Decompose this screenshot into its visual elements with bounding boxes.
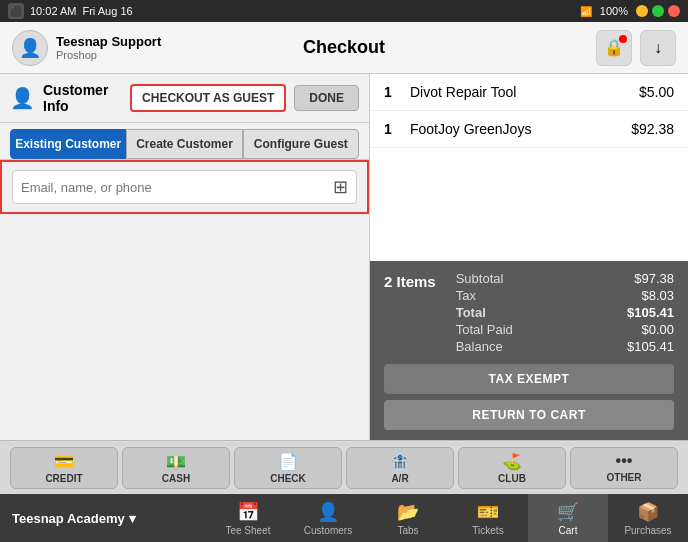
notification-dot: [619, 35, 627, 43]
cart-summary-details: Subtotal $97.38 Tax $8.03 Total $105.41 …: [436, 271, 674, 354]
window-controls: [636, 5, 680, 17]
user-role: Proshop: [56, 49, 161, 61]
chevron-down-icon: ▾: [129, 511, 136, 526]
check-icon: 📄: [278, 452, 298, 471]
header-bar: 👤 Teesnap Support Proshop Checkout 🔒 ↓: [0, 22, 688, 74]
app-icon: ⬛: [8, 3, 24, 19]
tab-configure-guest[interactable]: Configure Guest: [243, 129, 359, 159]
customer-tabs: Existing Customer Create Customer Config…: [0, 123, 369, 160]
summary-tax-row: Tax $8.03: [456, 288, 674, 303]
main-content: 👤 Customer Info CHECKOUT AS GUEST DONE E…: [0, 74, 688, 440]
total-value: $105.41: [627, 305, 674, 320]
nav-purchases[interactable]: 📦 Purchases: [608, 494, 688, 542]
cart-item-count: 2 Items: [384, 271, 436, 290]
item-qty: 1: [384, 121, 400, 137]
customers-icon: 👤: [317, 501, 339, 523]
purchases-label: Purchases: [624, 525, 671, 536]
payment-credit-button[interactable]: 💳 CREDIT: [10, 447, 118, 489]
checkout-as-guest-button[interactable]: CHECKOUT AS GUEST: [130, 84, 286, 112]
location-name: Teesnap Academy: [12, 511, 125, 526]
payment-other-button[interactable]: ••• OTHER: [570, 447, 678, 489]
customers-label: Customers: [304, 525, 352, 536]
lock-button[interactable]: 🔒: [596, 30, 632, 66]
right-panel: 1 Divot Repair Tool $5.00 1 FootJoy Gree…: [370, 74, 688, 440]
payment-ar-button[interactable]: 🏦 A/R: [346, 447, 454, 489]
avatar: 👤: [12, 30, 48, 66]
tabs-label: Tabs: [397, 525, 418, 536]
item-name: FootJoy GreenJoys: [410, 121, 621, 137]
other-icon: •••: [616, 452, 633, 470]
tabs-icon: 📂: [397, 501, 419, 523]
close-button[interactable]: [668, 5, 680, 17]
qr-code-icon[interactable]: ⊞: [333, 176, 348, 198]
club-icon: ⛳: [502, 452, 522, 471]
summary-paid-row: Total Paid $0.00: [456, 322, 674, 337]
item-qty: 1: [384, 84, 400, 100]
item-name: Divot Repair Tool: [410, 84, 629, 100]
tax-value: $8.03: [641, 288, 674, 303]
nav-customers[interactable]: 👤 Customers: [288, 494, 368, 542]
nav-tabs[interactable]: 📂 Tabs: [368, 494, 448, 542]
credit-label: CREDIT: [45, 473, 82, 484]
credit-icon: 💳: [54, 452, 74, 471]
ar-icon: 🏦: [390, 452, 410, 471]
header-user: 👤 Teesnap Support Proshop: [12, 30, 161, 66]
nav-cart[interactable]: 🛒 Cart: [528, 494, 608, 542]
battery-display: 100%: [600, 5, 628, 17]
teesheet-icon: 📅: [237, 501, 259, 523]
customer-icon: 👤: [10, 86, 35, 110]
summary-balance-row: Balance $105.41: [456, 339, 674, 354]
cart-item: 1 FootJoy GreenJoys $92.38: [370, 111, 688, 148]
balance-value: $105.41: [627, 339, 674, 354]
payment-club-button[interactable]: ⛳ CLUB: [458, 447, 566, 489]
cart-icon: 🛒: [557, 501, 579, 523]
tax-exempt-button[interactable]: TAX EXEMPT: [384, 364, 674, 394]
nav-teesheet[interactable]: 📅 Tee Sheet: [208, 494, 288, 542]
bottom-nav-items: 📅 Tee Sheet 👤 Customers 📂 Tabs 🎫 Tickets…: [148, 494, 688, 542]
settings-button[interactable]: ↓: [640, 30, 676, 66]
tab-create-customer[interactable]: Create Customer: [126, 129, 242, 159]
search-area: ⊞: [0, 160, 369, 214]
payment-bar: 💳 CREDIT 💵 CASH 📄 CHECK 🏦 A/R ⛳ CLUB •••…: [0, 440, 688, 494]
cash-label: CASH: [162, 473, 190, 484]
tax-label: Tax: [456, 288, 476, 303]
balance-label: Balance: [456, 339, 503, 354]
cart-items: 1 Divot Repair Tool $5.00 1 FootJoy Gree…: [370, 74, 688, 261]
ar-label: A/R: [391, 473, 408, 484]
wifi-icon: 📶: [580, 6, 592, 17]
customer-info-header: 👤 Customer Info CHECKOUT AS GUEST DONE: [0, 74, 369, 123]
cart-summary: 2 Items Subtotal $97.38 Tax $8.03 Total …: [370, 261, 688, 364]
customer-info-label: Customer Info: [43, 82, 122, 114]
done-button[interactable]: DONE: [294, 85, 359, 111]
return-to-cart-button[interactable]: RETURN TO CART: [384, 400, 674, 430]
summary-total-row: Total $105.41: [456, 305, 674, 320]
paid-value: $0.00: [641, 322, 674, 337]
left-panel: 👤 Customer Info CHECKOUT AS GUEST DONE E…: [0, 74, 370, 440]
cart-item: 1 Divot Repair Tool $5.00: [370, 74, 688, 111]
user-info: Teesnap Support Proshop: [56, 34, 161, 61]
header-actions: 🔒 ↓: [596, 30, 676, 66]
nav-tickets[interactable]: 🎫 Tickets: [448, 494, 528, 542]
minimize-button[interactable]: [636, 5, 648, 17]
payment-cash-button[interactable]: 💵 CASH: [122, 447, 230, 489]
date-display: Fri Aug 16: [82, 5, 132, 17]
search-input-wrap: ⊞: [12, 170, 357, 204]
maximize-button[interactable]: [652, 5, 664, 17]
paid-label: Total Paid: [456, 322, 513, 337]
payment-check-button[interactable]: 📄 CHECK: [234, 447, 342, 489]
title-bar: ⬛ 10:02 AM Fri Aug 16 📶 100%: [0, 0, 688, 22]
location-display[interactable]: Teesnap Academy ▾: [0, 511, 148, 526]
tab-existing-customer[interactable]: Existing Customer: [10, 129, 126, 159]
time-display: 10:02 AM: [30, 5, 76, 17]
user-name: Teesnap Support: [56, 34, 161, 49]
tickets-icon: 🎫: [477, 501, 499, 523]
other-label: OTHER: [607, 472, 642, 483]
tickets-label: Tickets: [472, 525, 503, 536]
cart-action-buttons: TAX EXEMPT RETURN TO CART: [370, 364, 688, 440]
check-label: CHECK: [270, 473, 306, 484]
total-label: Total: [456, 305, 486, 320]
search-input[interactable]: [21, 180, 333, 195]
subtotal-value: $97.38: [634, 271, 674, 286]
page-title: Checkout: [303, 37, 385, 58]
cash-icon: 💵: [166, 452, 186, 471]
